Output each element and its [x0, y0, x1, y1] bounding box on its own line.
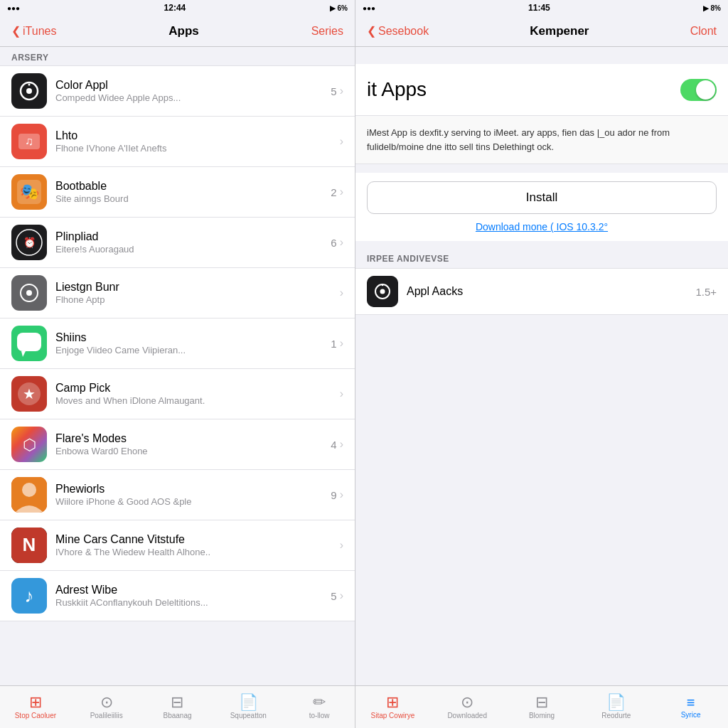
item-right: 5 › [331, 85, 343, 97]
tab-reodurte[interactable]: 📄 Reodurte [579, 686, 653, 728]
item-text: Adrest Wibe Ruskkiit AConflanykouh Delel… [55, 584, 331, 608]
tab-follow[interactable]: ✏ to-llow [284, 686, 355, 728]
left-status-bar: ●●● 12:44 ▶ 6% [0, 0, 355, 16]
item-right: › [338, 539, 343, 552]
left-nav-action[interactable]: Series [311, 25, 343, 38]
item-right: 2 › [331, 186, 343, 198]
item-subtitle: Compedd Widee Apple Apps... [55, 92, 331, 103]
svg-point-23 [380, 289, 385, 294]
right-back-label: Sesebook [378, 25, 429, 38]
svg-point-17 [22, 483, 36, 497]
separator [355, 47, 728, 55]
item-title: Lhto [55, 129, 338, 142]
right-time: 11:45 [528, 3, 550, 13]
related-item[interactable]: Appl Aacks 1.5+ [355, 268, 728, 315]
toggle-thumb [696, 80, 715, 100]
related-badge: 1.5+ [695, 286, 717, 298]
item-right: 1 › [331, 337, 343, 350]
list-item[interactable]: ★ Camp Pick Moves and When iDlone Almaug… [0, 369, 355, 419]
tab-updates[interactable]: 📄 Squpeatton [213, 686, 284, 728]
item-count: 9 [331, 489, 336, 501]
item-right: 4 › [331, 438, 343, 451]
svg-point-24 [382, 284, 383, 286]
item-right: › [338, 135, 343, 148]
list-item[interactable]: N Mine Cars Canne Vitstufe IVhore & The … [0, 520, 355, 571]
left-app-list: Color Appl Compedd Widee Apple Apps... 5… [0, 65, 355, 685]
chevron-icon: › [340, 589, 343, 602]
syrice-icon: ≡ [687, 695, 695, 710]
app-icon-mine-cars: N [11, 528, 47, 563]
app-icon-liestgn [11, 275, 47, 311]
svg-text:🎭: 🎭 [20, 182, 40, 201]
item-title: Liestgn Bunr [55, 281, 338, 294]
tab-search[interactable]: ⊙ Poalileiiliis [71, 686, 142, 728]
app-icon-flares-modes: ⬡ [11, 427, 47, 462]
home-icon-right: ⊞ [386, 695, 399, 710]
list-item[interactable]: ♫ Lhto Flhone IVhone A'IIet Anefts › [0, 117, 355, 167]
tab-browse[interactable]: ⊟ Bbaanag [142, 686, 213, 728]
toggle-switch[interactable] [680, 79, 717, 101]
item-count: 5 [331, 590, 336, 602]
list-item[interactable]: ⏰ Plinpliad Eitere!s Auoragaud 6 › [0, 218, 355, 268]
item-text: Flare's Modes Enbowa Ward0 Ehone [55, 432, 331, 456]
right-nav-action[interactable]: Clont [690, 25, 717, 38]
item-count: 1 [331, 338, 336, 350]
tab-stop[interactable]: ⊞ Stop Caoluer [0, 686, 71, 728]
list-item[interactable]: Shiins Enjoge Viideo Came Viipieran... 1… [0, 318, 355, 369]
chevron-icon: › [340, 236, 343, 249]
tab-syrice[interactable]: ≡ Syrice [653, 686, 728, 728]
chevron-icon: › [340, 337, 343, 350]
app-icon-shiins [11, 326, 47, 361]
item-count: 6 [331, 237, 336, 249]
svg-text:N: N [23, 534, 36, 555]
tab-search-label: Poalileiiliis [90, 712, 123, 719]
separator2 [355, 241, 728, 248]
item-text: Shiins Enjoge Viideo Came Viipieran... [55, 331, 331, 355]
item-text: Plinpliad Eitere!s Auoragaud [55, 230, 331, 255]
chevron-icon: › [340, 387, 343, 400]
list-item[interactable]: Liestgn Bunr Flhone Aptp › [0, 268, 355, 318]
right-back-button[interactable]: ❮ Sesebook [367, 24, 429, 38]
item-subtitle: IVhore & The Wiedew Health Alhone.. [55, 547, 338, 557]
download-link[interactable]: Download mone ( IOS 10.3.2° [367, 221, 717, 232]
right-signal: ●●● [363, 4, 375, 12]
tab-download[interactable]: ⊙ Downloaded [430, 686, 505, 728]
left-section-header: ARSERY [0, 47, 355, 65]
list-item[interactable]: ♪ Adrest Wibe Ruskkiit AConflanykouh Del… [0, 571, 355, 621]
updates-icon: 📄 [239, 695, 258, 710]
tab-bloming[interactable]: ⊟ Bloming [505, 686, 579, 728]
app-icon-phewiorls [11, 477, 47, 513]
related-title: Appl Aacks [407, 285, 695, 298]
tab-stop-label: Stop Caoluer [15, 712, 56, 719]
item-right: › [338, 387, 343, 400]
left-panel: ●●● 12:44 ▶ 6% ❮ iTunes Apps Series ARSE… [0, 0, 355, 728]
item-right: 6 › [331, 236, 343, 249]
svg-text:♫: ♫ [25, 135, 33, 147]
list-item[interactable]: Color Appl Compedd Widee Apple Apps... 5… [0, 65, 355, 117]
svg-marker-12 [21, 351, 26, 357]
install-button[interactable]: Install [367, 181, 717, 214]
app-icon-bootbable: 🎭 [11, 174, 47, 210]
item-title: Color Appl [55, 79, 331, 92]
right-panel: ●●● 11:45 ▶ 8% ❮ Sesebook Kempener Clont… [355, 0, 728, 728]
app-icon-camp-pick: ★ [11, 376, 47, 412]
left-time: 12:44 [164, 3, 186, 13]
list-item[interactable]: 🎭 Bootbable Site ainngs Bourd 2 › [0, 167, 355, 218]
list-item[interactable]: Phewiorls Wiilore iPhone & Good AOS &ple… [0, 470, 355, 520]
item-text: Lhto Flhone IVhone A'IIet Anefts [55, 129, 338, 154]
list-item[interactable]: ⬡ Flare's Modes Enbowa Ward0 Ehone 4 › [0, 419, 355, 470]
item-title: Adrest Wibe [55, 584, 331, 596]
tab-sitap[interactable]: ⊞ Sitap Cowirye [355, 686, 430, 728]
chevron-icon: › [340, 85, 343, 97]
item-title: Shiins [55, 331, 331, 344]
tab-browse-label: Bbaanag [163, 712, 191, 719]
search-icon: ⊙ [100, 695, 113, 710]
right-content: it Apps iMest App is dexfit.y serving to… [355, 47, 728, 685]
right-nav-title: Kempener [530, 24, 589, 38]
item-right: 5 › [331, 589, 343, 602]
svg-text:★: ★ [23, 386, 36, 402]
left-back-button[interactable]: ❮ iTunes [11, 24, 56, 38]
item-subtitle: Site ainngs Bourd [55, 193, 331, 204]
left-nav-bar: ❮ iTunes Apps Series [0, 16, 355, 47]
item-count: 5 [331, 85, 336, 97]
